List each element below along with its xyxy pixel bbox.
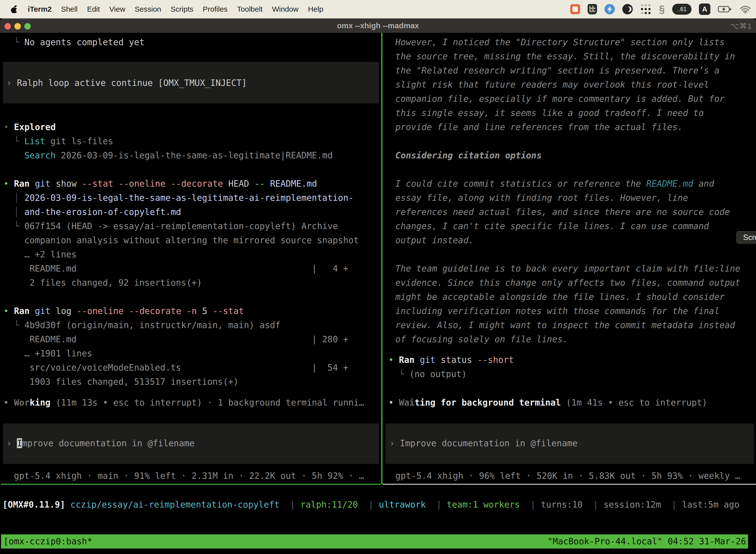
terminal-line: └ (no output) [399, 367, 467, 381]
terminal-line: README.md | 280 + [29, 332, 348, 346]
terminal-line: 1903 files changed, 513517 insertions(+) [29, 375, 239, 389]
terminal-line: • Waiting for background terminal (1m 41… [388, 396, 707, 410]
wifi-icon[interactable] [740, 5, 751, 13]
terminal-line: the source tree, missing the essay. Stil… [395, 49, 735, 63]
tmux-host-clock-label: "MacBook-Pro-44.local" 04:52 31-Mar-26 [548, 535, 746, 549]
left-pane-bottom-border [1, 484, 381, 485]
window-shortcut-badge: ⌥⌘1 [731, 19, 752, 33]
terminal-line: essay file, along with finding root file… [395, 191, 688, 205]
count-badge[interactable]: ..61 [672, 4, 692, 15]
count-badge-label: ..61 [677, 6, 687, 13]
screen-tooltip-label: Scre [743, 233, 756, 242]
screen: iTerm2ShellEditViewSessionScriptsProfile… [0, 0, 756, 554]
menu-bar: iTerm2ShellEditViewSessionScriptsProfile… [0, 0, 756, 18]
terminal-line: └ List git ls-files [14, 134, 113, 149]
terminal-line: evidence. Since this change only affects… [395, 276, 740, 290]
terminal-line: gpt-5.4 xhigh · 96% left · 520K in · 5.8… [395, 469, 740, 483]
terminal-line: the "Related research writing" section i… [395, 63, 719, 78]
terminal-line: companion analysis without altering the … [24, 233, 359, 247]
terminal-line: src/voice/voiceModeEnabled.ts | 54 + [29, 361, 348, 375]
terminal-line: › Improve documentation in @filename [389, 436, 578, 450]
terminal-line: • Ran git show --stat --oneline --decora… [3, 177, 317, 191]
a-app-icon[interactable]: A [699, 3, 710, 15]
battery-icon[interactable] [718, 5, 732, 13]
terminal-line: 2 files changed, 92 insertions(+) [29, 276, 202, 290]
terminal-line: Search 2026-03-09-is-legal-the-same-as-l… [24, 149, 333, 163]
terminal-line: I could cite commit statistics or refere… [395, 177, 714, 191]
menu-left: iTerm2ShellEditViewSessionScriptsProfile… [0, 5, 323, 13]
terminal-line: references need actual files, and since … [395, 205, 730, 219]
terminal-line: of focusing solely on file lines. [395, 332, 568, 346]
screen-tooltip-overlay: Scre [736, 231, 756, 244]
terminal-line: gpt-5.4 xhigh · main · 91% left · 2.31M … [14, 469, 364, 483]
terminal-line: • Ran git log --oneline --decorate -n 5 … [3, 304, 244, 318]
tmux-status-bar: [omx-cczip0:bash* "MacBook-Pro-44.local"… [1, 535, 748, 549]
terminal-line: … +1901 lines [24, 346, 92, 361]
tmux-pane-divider[interactable] [381, 33, 382, 484]
a-app-label: A [702, 5, 707, 13]
terminal-line: However, I noticed the "Directory Struct… [395, 35, 725, 49]
crescent-app-icon[interactable] [622, 4, 633, 14]
terminal-line: • Working (11m 13s • esc to interrupt) ·… [3, 396, 364, 410]
menu-item-toolbelt[interactable]: Toolbelt [237, 5, 263, 13]
terminal-line: including verification notes with those … [395, 304, 719, 318]
menu-item-scripts[interactable]: Scripts [171, 5, 193, 13]
right-pane-bottom-border [382, 484, 756, 485]
bolt-app-icon[interactable] [605, 4, 615, 14]
menu-item-shell[interactable]: Shell [61, 5, 78, 13]
menu-item-iterm2[interactable]: iTerm2 [28, 5, 52, 13]
menu-status-icons: § ..61 A [570, 3, 756, 15]
terminal-line: this single essay, it seems like a good … [395, 106, 704, 120]
grid-shield-icon[interactable] [587, 4, 597, 14]
terminal-line: README.md | 4 + [29, 262, 348, 276]
terminal-line: › Ralph loop active continue [OMX_TMUX_I… [6, 76, 247, 90]
terminal-line: changes, I can't cite specific file line… [395, 219, 709, 233]
window-title-bar[interactable]: omx --xhigh --madmax ⌥⌘1 [0, 18, 756, 33]
terminal-line: might be acceptable alongside the file l… [395, 290, 725, 304]
menu-items: iTerm2ShellEditViewSessionScriptsProfile… [28, 5, 323, 13]
terminal-line: • Ran git status --short [388, 353, 514, 367]
window-title: omx --xhigh --madmax [0, 19, 756, 33]
terminal-line: │ 2026-03-09-is-legal-the-same-as-legiti… [14, 191, 354, 205]
apple-icon[interactable] [11, 5, 17, 13]
menu-item-edit[interactable]: Edit [87, 5, 100, 13]
terminal-line: └ 067f154 (HEAD -> essay/ai-reimplementa… [14, 219, 338, 233]
menu-item-help[interactable]: Help [308, 5, 323, 13]
terminal-line: provide file and line references from th… [395, 120, 683, 134]
omx-status-line: [OMX#0.11.9] cczip/essay/ai-reimplementa… [2, 498, 739, 512]
menu-item-window[interactable]: Window [272, 5, 299, 13]
terminal-line: output instead. [395, 233, 474, 247]
terminal-line: └ 4b9d30f (origin/main, instructkr/main,… [14, 318, 280, 332]
terminal-line: Considering citation options [395, 149, 542, 163]
terminal-line: companion file, especially if more comme… [395, 92, 725, 106]
terminal-line: slight risk that future readers may over… [395, 78, 709, 92]
chat-app-icon[interactable] [570, 4, 580, 14]
terminal-line: └ No agents completed yet [14, 35, 145, 49]
terminal-line: • Explored [3, 120, 56, 134]
tmux-session-label: [omx-cczip0:bash* [3, 535, 92, 549]
terminal-line: … +2 lines [24, 247, 77, 262]
terminal-line: review. Also, I might want to inspect th… [395, 318, 735, 332]
menu-item-session[interactable]: Session [135, 5, 161, 13]
menu-item-profiles[interactable]: Profiles [203, 5, 228, 13]
terminal-line: › Improve documentation in @filename [6, 436, 195, 450]
terminal-line: The team guideline is to back every impo… [395, 262, 740, 276]
dots-grid-icon[interactable] [640, 3, 651, 15]
menu-item-view[interactable]: View [109, 5, 125, 13]
dragon-icon[interactable]: § [659, 4, 665, 14]
terminal-line: │ and-the-erosion-of-copyleft.md [14, 205, 181, 219]
